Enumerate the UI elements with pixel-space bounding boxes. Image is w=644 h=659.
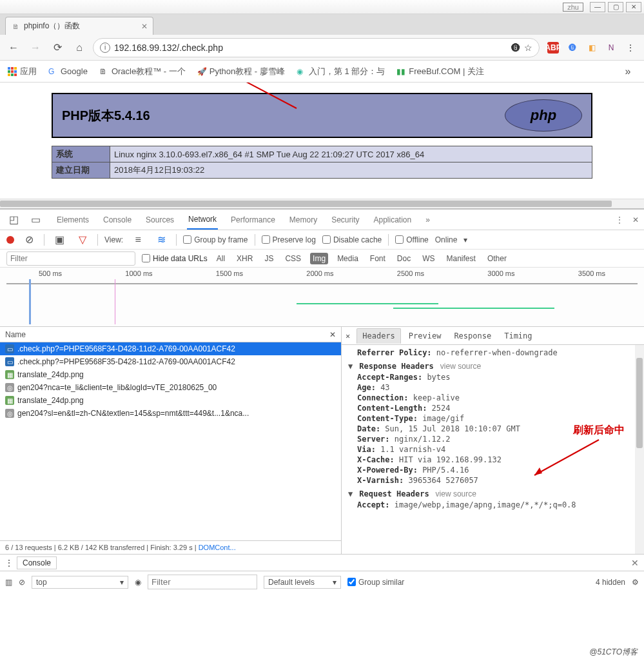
reload-button[interactable]: ⟳ bbox=[49, 39, 66, 56]
tab-console[interactable]: Console bbox=[102, 211, 133, 229]
tab-elements[interactable]: Elements bbox=[55, 211, 90, 229]
execution-context-select[interactable]: top▾ bbox=[32, 576, 128, 589]
horizontal-scrollbar[interactable] bbox=[0, 199, 644, 208]
response-header-line: Age: 43 bbox=[357, 382, 638, 393]
disable-cache-checkbox[interactable]: Disable cache bbox=[322, 235, 382, 244]
network-timeline[interactable]: 500 ms 1000 ms 1500 ms 2000 ms 2500 ms 3… bbox=[0, 268, 644, 327]
view-large-icon[interactable]: ≡ bbox=[130, 231, 146, 248]
detail-close-icon[interactable]: ✕ bbox=[346, 331, 350, 340]
detail-tab-headers[interactable]: Headers bbox=[356, 328, 401, 344]
record-button[interactable] bbox=[6, 236, 14, 244]
group-by-frame-checkbox[interactable]: Group by frame bbox=[183, 235, 248, 244]
tab-memory[interactable]: Memory bbox=[288, 211, 318, 229]
request-name: translate_24dp.png bbox=[17, 370, 84, 379]
forward-button[interactable]: → bbox=[27, 39, 44, 56]
response-header-line: Via: 1.1 varnish-v4 bbox=[357, 444, 638, 455]
browser-menu-icon[interactable]: ⋮ bbox=[625, 42, 636, 54]
tabs-overflow-icon[interactable]: » bbox=[424, 211, 431, 229]
name-column-header[interactable]: Name bbox=[5, 330, 26, 339]
translate-icon[interactable]: 🅖 bbox=[511, 43, 520, 53]
maximize-button[interactable]: ▢ bbox=[608, 2, 623, 12]
console-sidebar-icon[interactable]: ▥ bbox=[5, 578, 12, 587]
extension-icon-3[interactable]: ◧ bbox=[586, 42, 598, 54]
tab-network[interactable]: Network bbox=[187, 210, 218, 230]
camera-icon[interactable]: ▣ bbox=[51, 231, 68, 248]
filter-img[interactable]: Img bbox=[310, 253, 328, 264]
filter-font[interactable]: Font bbox=[367, 253, 388, 264]
bookmark-star-icon[interactable]: ☆ bbox=[524, 43, 532, 53]
request-row[interactable]: ▦translate_24dp.png bbox=[0, 368, 341, 381]
console-tab[interactable]: Console bbox=[17, 556, 57, 569]
device-toolbar-icon[interactable]: ▭ bbox=[27, 211, 44, 228]
console-settings-icon[interactable]: ⚙ bbox=[632, 578, 639, 587]
close-window-button[interactable]: ✕ bbox=[626, 2, 641, 12]
console-filter-input[interactable] bbox=[148, 575, 257, 589]
browser-tab[interactable]: 🗎 phpinfo（）函数 ✕ bbox=[5, 17, 153, 35]
filter-xhr[interactable]: XHR bbox=[234, 253, 255, 264]
bookmark-freebuf[interactable]: ▮▮FreeBuf.COM | 关注 bbox=[396, 66, 484, 77]
browser-navbar: ← → ⟳ ⌂ i 192.168.99.132/.check.php 🅖 ☆ … bbox=[0, 35, 644, 61]
apps-button[interactable]: 应用 bbox=[8, 66, 37, 77]
log-levels-select[interactable]: Default levels▾ bbox=[264, 576, 341, 589]
detail-tab-timing[interactable]: Timing bbox=[499, 329, 537, 343]
bookmark-google[interactable]: GGoogle bbox=[48, 66, 88, 76]
request-row[interactable]: ◎gen204?nca=te_li&client=te_lib&logId=vT… bbox=[0, 381, 341, 394]
close-detail-x[interactable]: ✕ bbox=[329, 330, 336, 339]
tab-close-icon[interactable]: ✕ bbox=[141, 22, 148, 31]
detail-tab-preview[interactable]: Preview bbox=[404, 329, 447, 343]
filter-css[interactable]: CSS bbox=[282, 253, 304, 264]
drawer-close-icon[interactable]: ✕ bbox=[631, 558, 639, 568]
address-bar[interactable]: i 192.168.99.132/.check.php 🅖 ☆ bbox=[93, 38, 540, 57]
tab-application[interactable]: Application bbox=[373, 211, 413, 229]
view-source-link[interactable]: view source bbox=[436, 489, 476, 498]
bookmark-oracle[interactable]: 🗎Oracle教程™ - 一个 bbox=[99, 66, 186, 77]
devtools-close-icon[interactable]: ✕ bbox=[632, 215, 639, 224]
request-row[interactable]: ▭.check.php?=PHPE9568F34-D428-11d2-A769-… bbox=[0, 342, 341, 355]
view-overview-icon[interactable]: ≋ bbox=[153, 231, 170, 248]
filter-icon[interactable]: ▽ bbox=[74, 231, 91, 248]
console-live-icon[interactable]: ◉ bbox=[135, 578, 141, 587]
devtools-menu-icon[interactable]: ⋮ bbox=[616, 215, 623, 224]
google-translate-extension-icon[interactable]: 🅖 bbox=[567, 42, 578, 54]
offline-checkbox[interactable]: Offline bbox=[395, 235, 428, 244]
filter-js[interactable]: JS bbox=[262, 253, 276, 264]
bookmark-python[interactable]: 🚀Python教程 - 廖雪峰 bbox=[197, 66, 285, 77]
throttle-select[interactable]: Online ▾ bbox=[435, 235, 468, 244]
preserve-log-checkbox[interactable]: Preserve log bbox=[262, 235, 316, 244]
hidden-count[interactable]: 4 hidden bbox=[596, 578, 625, 587]
request-detail-panel: ✕ Headers Preview Response Timing Referr… bbox=[342, 327, 644, 554]
filter-doc[interactable]: Doc bbox=[395, 253, 413, 264]
hide-data-urls-checkbox[interactable]: Hide data URLs bbox=[142, 254, 208, 263]
request-row[interactable]: ◎gen204?sl=en&tl=zh-CN&textlen=145&sp=nm… bbox=[0, 407, 341, 420]
filter-ws[interactable]: WS bbox=[420, 253, 437, 264]
detail-tab-response[interactable]: Response bbox=[449, 329, 496, 343]
onenote-extension-icon[interactable]: N bbox=[605, 42, 617, 54]
tab-performance[interactable]: Performance bbox=[229, 211, 277, 229]
devtools-tabs: ◰ ▭ Elements Console Sources Network Per… bbox=[0, 210, 644, 230]
group-similar-checkbox[interactable]: Group similar bbox=[347, 578, 404, 587]
site-info-icon[interactable]: i bbox=[100, 43, 110, 53]
request-headers-section[interactable]: Request Headers bbox=[359, 489, 429, 498]
inspect-element-icon[interactable]: ◰ bbox=[5, 211, 22, 228]
minimize-button[interactable]: — bbox=[590, 2, 605, 12]
back-button[interactable]: ← bbox=[5, 39, 22, 56]
bookmarks-overflow-icon[interactable]: » bbox=[620, 63, 636, 80]
home-button[interactable]: ⌂ bbox=[71, 39, 88, 56]
filter-media[interactable]: Media bbox=[335, 253, 361, 264]
view-source-link[interactable]: view source bbox=[440, 362, 481, 371]
filter-all[interactable]: All bbox=[214, 253, 228, 264]
tab-security[interactable]: Security bbox=[330, 211, 360, 229]
tab-sources[interactable]: Sources bbox=[144, 211, 175, 229]
bookmark-intro[interactable]: ◉入门，第 1 部分：与 bbox=[297, 66, 385, 77]
request-row[interactable]: ▭.check.php?=PHPE9568F35-D428-11d2-A769-… bbox=[0, 355, 341, 368]
response-headers-section[interactable]: Response Headers bbox=[359, 362, 434, 371]
clear-icon[interactable]: ⊘ bbox=[21, 231, 37, 248]
drawer-menu-icon[interactable]: ⋮ bbox=[5, 558, 13, 567]
abp-extension-icon[interactable]: ABP bbox=[547, 42, 559, 54]
request-row[interactable]: ▦translate_24dp.png bbox=[0, 394, 341, 407]
console-clear-icon[interactable]: ⊘ bbox=[19, 578, 25, 587]
filter-other[interactable]: Other bbox=[485, 253, 509, 264]
filter-manifest[interactable]: Manifest bbox=[444, 253, 478, 264]
detail-vertical-scrollbar[interactable] bbox=[635, 345, 644, 554]
network-filter-input[interactable] bbox=[6, 251, 135, 266]
